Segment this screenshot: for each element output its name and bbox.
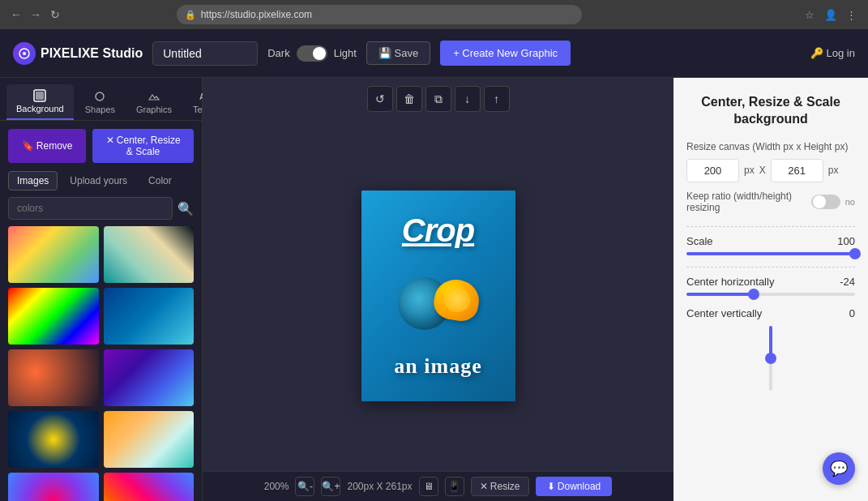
action-buttons: 🔖 Remove ✕ Center, Resize & Scale xyxy=(0,121,202,171)
status-bar: 200% 🔍- 🔍+ 200px X 261px 🖥 📱 ✕ Resize ⬇ … xyxy=(203,471,673,501)
cross-label: X xyxy=(759,165,766,176)
width-input[interactable] xyxy=(686,159,739,182)
url-text: https://studio.pixelixe.com xyxy=(201,9,312,20)
save-button[interactable]: 💾 Save xyxy=(366,41,430,65)
search-input[interactable] xyxy=(8,197,173,220)
sidebar-tabs: Background Shapes Graphics A Texts « xyxy=(0,78,202,121)
canvas-toolbar: ↺ 🗑 ⧉ ↓ ↑ xyxy=(359,78,518,120)
height-input[interactable] xyxy=(771,159,823,182)
image-thumb-4[interactable] xyxy=(104,288,195,345)
app-header: PIXELIXE Studio Dark Light 💾 Save + Crea… xyxy=(0,29,868,78)
move-down-button[interactable]: ↓ xyxy=(455,86,481,112)
svg-point-1 xyxy=(23,52,26,55)
ratio-thumb xyxy=(813,195,826,208)
refresh-button[interactable]: ↻ xyxy=(47,6,63,23)
h-center-slider[interactable] xyxy=(686,293,855,296)
ratio-toggle-track[interactable] xyxy=(811,195,840,209)
tab-background[interactable]: Background xyxy=(6,84,74,120)
delete-button[interactable]: 🗑 xyxy=(396,86,422,112)
scale-header: Scale 100 xyxy=(686,235,855,247)
tab-color[interactable]: Color xyxy=(139,171,181,191)
search-button[interactable]: 🔍 xyxy=(177,201,194,216)
dark-label: Dark xyxy=(267,47,289,59)
v-center-slider-row: Center vertically 0 xyxy=(686,307,855,391)
image-thumb-6[interactable] xyxy=(104,349,195,406)
bookmark-button[interactable]: ☆ xyxy=(802,6,818,23)
image-thumb-5[interactable] xyxy=(8,349,99,406)
browser-nav-buttons: ← → ↻ xyxy=(8,6,63,23)
login-button[interactable]: 🔑 Log in xyxy=(810,47,855,59)
scale-thumb[interactable] xyxy=(849,248,861,259)
svg-point-4 xyxy=(96,92,104,101)
logo: PIXELIXE Studio xyxy=(13,42,143,65)
logo-text: PIXELIXE Studio xyxy=(41,46,143,61)
image-thumb-8[interactable] xyxy=(104,411,195,468)
light-label: Light xyxy=(334,47,357,59)
copy-button[interactable]: ⧉ xyxy=(425,86,451,112)
svg-rect-3 xyxy=(36,92,44,100)
profile-button[interactable]: 👤 xyxy=(823,6,839,23)
desktop-view-button[interactable]: 🖥 xyxy=(419,477,438,496)
h-center-thumb[interactable] xyxy=(748,289,759,300)
move-up-button[interactable]: ↑ xyxy=(484,86,510,112)
orange-center xyxy=(441,285,472,314)
orange-graphic xyxy=(398,273,479,330)
download-button[interactable]: ⬇ Download xyxy=(536,477,613,496)
zoom-level: 200% xyxy=(264,481,289,492)
panel-title: Center, Resize & Scale background xyxy=(686,94,855,128)
undo-button[interactable]: ↺ xyxy=(367,86,393,112)
tab-images[interactable]: Images xyxy=(8,171,58,191)
image-thumb-10[interactable] xyxy=(104,473,195,501)
canvas-content: Crop an image xyxy=(361,191,515,401)
zoom-out-button[interactable]: 🔍- xyxy=(295,477,314,496)
image-thumb-3[interactable] xyxy=(8,288,99,345)
image-thumb-1[interactable] xyxy=(8,226,99,283)
zoom-in-button[interactable]: 🔍+ xyxy=(321,477,340,496)
mobile-view-button[interactable]: 📱 xyxy=(445,477,464,496)
theme-toggle-track[interactable] xyxy=(297,45,327,62)
v-center-thumb[interactable] xyxy=(765,353,776,364)
h-center-fill xyxy=(686,293,754,296)
address-bar[interactable]: 🔒 https://studio.pixelixe.com xyxy=(177,5,582,24)
browser-actions: ☆ 👤 ⋮ xyxy=(802,6,860,23)
h-center-label: Center horizontally xyxy=(686,276,774,288)
tab-upload[interactable]: Upload yours xyxy=(61,171,136,191)
resize-button[interactable]: ✕ Resize xyxy=(471,477,529,496)
canvas-size-section: Resize canvas (Width px x Height px) px … xyxy=(686,141,855,213)
chat-fab-button[interactable]: 💬 xyxy=(823,452,855,485)
menu-button[interactable]: ⋮ xyxy=(844,6,860,23)
width-px-label: px xyxy=(744,165,755,176)
center-resize-button[interactable]: ✕ Center, Resize & Scale xyxy=(92,129,194,163)
canvas-wrapper: Crop an image xyxy=(361,120,515,471)
canvas-size: 200px X 261px xyxy=(347,481,412,492)
tab-shapes[interactable]: Shapes xyxy=(75,85,125,119)
image-grid xyxy=(0,226,202,501)
v-center-slider[interactable] xyxy=(769,326,772,391)
canvas-bottom-text: an image xyxy=(394,354,481,379)
image-thumb-2[interactable] xyxy=(104,226,195,283)
h-center-slider-row: Center horizontally -24 xyxy=(686,276,855,296)
title-input[interactable] xyxy=(152,41,258,66)
h-center-value: -24 xyxy=(840,276,855,288)
back-button[interactable]: ← xyxy=(8,6,24,23)
scale-label: Scale xyxy=(686,235,713,247)
resize-label: Resize canvas (Width px x Height px) xyxy=(686,141,855,152)
canvas-frame[interactable]: Crop an image xyxy=(361,191,515,401)
v-center-header: Center vertically 0 xyxy=(686,307,855,319)
theme-toggle: Dark Light xyxy=(267,45,357,62)
v-center-value: 0 xyxy=(849,307,855,319)
divider-1 xyxy=(686,226,855,227)
create-new-button[interactable]: + Create New Graphic xyxy=(440,41,571,66)
scale-value: 100 xyxy=(837,235,855,247)
image-tabs: Images Upload yours Color xyxy=(0,171,202,197)
image-thumb-7[interactable] xyxy=(8,411,99,468)
forward-button[interactable]: → xyxy=(28,6,44,23)
right-panel: Center, Resize & Scale background Resize… xyxy=(673,78,868,501)
remove-button[interactable]: 🔖 Remove xyxy=(8,129,86,163)
scale-slider-row: Scale 100 xyxy=(686,235,855,255)
toggle-thumb xyxy=(313,47,326,60)
scale-slider[interactable] xyxy=(686,252,855,255)
tab-graphics[interactable]: Graphics xyxy=(126,85,182,119)
scale-fill xyxy=(686,252,855,255)
image-thumb-9[interactable] xyxy=(8,473,99,501)
